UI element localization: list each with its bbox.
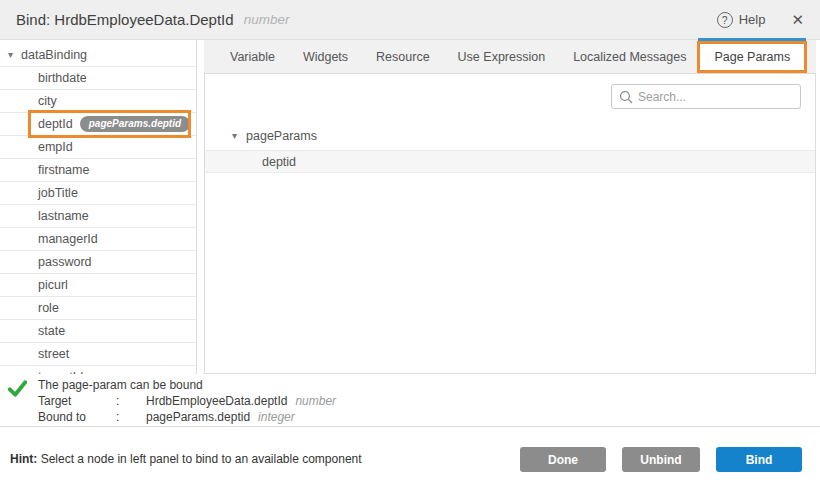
status-row-value: pageParams.deptidinteger [146, 409, 336, 425]
search-input[interactable] [612, 85, 800, 108]
tree-node-empid[interactable]: empId [0, 136, 196, 159]
hint-body: Select a node in left panel to bind to a… [37, 452, 361, 466]
tree-node-jobtitle[interactable]: jobTitle [0, 182, 196, 205]
status-value-type: integer [258, 410, 295, 424]
tree-node-label: dataBinding [21, 48, 87, 62]
header-actions: ? Help ✕ [717, 11, 804, 29]
dialog-title-type: number [244, 12, 290, 27]
search-icon [619, 90, 633, 104]
tree-node-label: picurl [38, 278, 68, 292]
tree-node-password[interactable]: password [0, 251, 196, 274]
dialog-header: Bind: HrdbEmployeeData.DeptId number ? H… [0, 0, 820, 40]
status-row-value: HrdbEmployeeData.deptIdnumber [146, 393, 336, 409]
status-message: The page-param can be bound [38, 377, 336, 393]
tab-localized-messages[interactable]: Localized Messages [559, 40, 700, 73]
tree-node-lastname[interactable]: lastname [0, 205, 196, 228]
check-icon [8, 380, 27, 397]
tab-widgets[interactable]: Widgets [289, 40, 362, 73]
tree-node-role[interactable]: role [0, 297, 196, 320]
tree-node-label: deptId [38, 117, 73, 131]
status-row-label: Bound to [38, 409, 116, 425]
caret-down-icon[interactable]: ▾ [232, 131, 237, 141]
tree-node-firstname[interactable]: firstname [0, 159, 196, 182]
page-params-tree: ▾ pageParams deptid [205, 124, 815, 173]
bind-status: The page-param can be bound Target : Hrd… [0, 377, 560, 425]
active-tab-indicator [698, 38, 806, 41]
tree-node-label: empId [38, 140, 73, 154]
tab-label: Page Params [714, 50, 790, 64]
status-value-text: pageParams.deptid [146, 410, 250, 424]
bind-source-tabs: Variable Widgets Resource Use Expression… [204, 40, 816, 73]
tree-node-label: password [38, 255, 92, 269]
tree-node-state[interactable]: state [0, 320, 196, 343]
status-value-text: HrdbEmployeeData.deptId [146, 394, 287, 408]
unbind-button[interactable]: Unbind [622, 447, 700, 472]
tree-node-label: tenantId [38, 370, 83, 374]
status-detail-grid: Target : HrdbEmployeeData.deptIdnumber B… [38, 393, 336, 425]
hint-text: Hint: Select a node in left panel to bin… [10, 447, 362, 466]
tree-node-managerid[interactable]: managerId [0, 228, 196, 251]
tree-node-city[interactable]: city [0, 90, 196, 113]
tree-node-pageparams[interactable]: ▾ pageParams [205, 124, 815, 147]
data-binding-tree-panel: ▾ dataBinding birthdate city deptId page… [0, 40, 197, 374]
tab-label: Resource [376, 50, 430, 64]
dialog-footer: Hint: Select a node in left panel to bin… [0, 427, 820, 489]
tab-label: Use Expression [458, 50, 546, 64]
tab-label: Variable [230, 50, 275, 64]
help-button[interactable]: ? Help [717, 12, 766, 28]
status-row-label: Target [38, 393, 116, 409]
hint-label: Hint: [10, 452, 37, 466]
tree-node-label: city [38, 94, 57, 108]
status-text: The page-param can be bound Target : Hrd… [38, 377, 336, 425]
help-label: Help [739, 12, 766, 27]
caret-down-icon[interactable]: ▾ [8, 50, 13, 60]
status-check-wrap [0, 377, 38, 425]
status-row-separator: : [116, 409, 146, 425]
tab-label: Widgets [303, 50, 348, 64]
tree-node-label: firstname [38, 163, 89, 177]
tree-node-label: pageParams [246, 129, 317, 143]
tree-node-label: managerId [38, 232, 98, 246]
tab-resource[interactable]: Resource [362, 40, 444, 73]
page-params-panel: ▾ pageParams deptid [204, 73, 816, 374]
tab-variable[interactable]: Variable [216, 40, 289, 73]
tree-node-tenantid[interactable]: tenantId [0, 366, 196, 374]
tree-node-picurl[interactable]: picurl [0, 274, 196, 297]
tree-node-label: deptid [262, 155, 296, 169]
bind-button[interactable]: Bind [716, 447, 802, 472]
close-icon[interactable]: ✕ [791, 11, 804, 29]
tree-node-street[interactable]: street [0, 343, 196, 366]
search-box [611, 84, 801, 109]
tree-node-label: lastname [38, 209, 89, 223]
status-value-type: number [295, 394, 336, 408]
help-icon: ? [717, 12, 733, 28]
bound-param-badge: pageParams.deptid [80, 116, 190, 132]
tree-node-label: street [38, 347, 69, 361]
tree-node-deptid-param[interactable]: deptid [205, 150, 815, 173]
tab-label: Localized Messages [573, 50, 686, 64]
tree-node-label: birthdate [38, 71, 87, 85]
tree-node-label: jobTitle [38, 186, 78, 200]
dialog-title: Bind: HrdbEmployeeData.DeptId [16, 11, 234, 28]
tree-node-deptid[interactable]: deptId pageParams.deptid [0, 113, 196, 136]
tab-page-params[interactable]: Page Params [700, 40, 804, 73]
tree-node-databinding[interactable]: ▾ dataBinding [0, 44, 196, 67]
done-button[interactable]: Done [520, 447, 606, 472]
tree-node-label: role [38, 301, 59, 315]
tree-node-label: state [38, 324, 65, 338]
status-row-separator: : [116, 393, 146, 409]
tab-use-expression[interactable]: Use Expression [444, 40, 560, 73]
footer-buttons: Done Unbind Bind [520, 447, 802, 472]
tree-node-birthdate[interactable]: birthdate [0, 67, 196, 90]
